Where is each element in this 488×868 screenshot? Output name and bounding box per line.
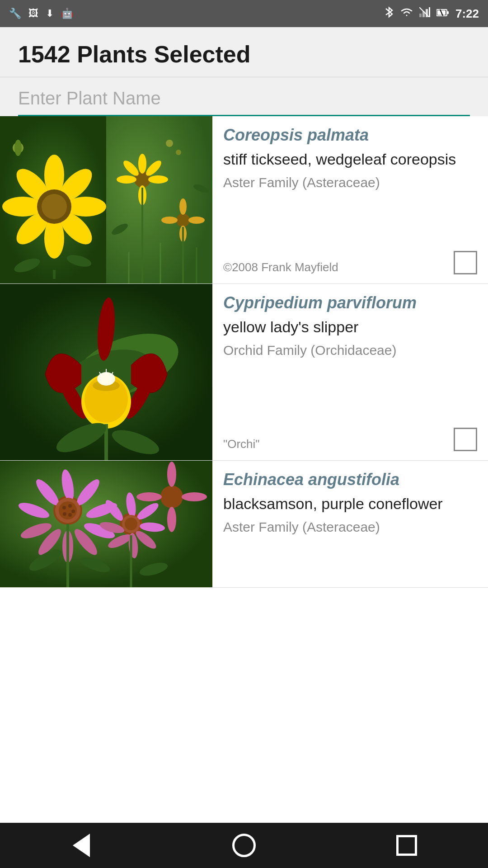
back-icon [73,834,90,857]
plant-credit: "Orchi" [223,437,260,451]
svg-point-44 [166,140,173,147]
bluetooth-icon [384,6,394,21]
plant-info: Cypripedium parviflorum yellow lady's sl… [212,284,488,460]
home-icon [232,834,256,857]
plant-item: Coreopsis palmata stiff tickseed, wedgel… [0,116,488,284]
svg-point-85 [71,509,75,513]
plant-image-2 [106,116,212,283]
plant-family: Orchid Family (Orchidaceae) [223,341,477,359]
svg-point-83 [62,506,66,509]
svg-point-20 [42,194,67,219]
svg-point-28 [138,154,146,174]
plant-footer: "Orchi" [223,428,477,451]
svg-point-68 [136,492,162,501]
svg-point-31 [148,175,168,184]
android-icon: 🤖 [61,8,73,19]
plant-images [0,116,212,283]
svg-point-37 [161,217,178,224]
svg-point-69 [182,492,207,501]
svg-point-35 [179,198,187,215]
plant-item: Cypripedium parviflorum yellow lady's sl… [0,284,488,461]
svg-point-45 [176,150,181,155]
plant-credit: ©2008 Frank Mayfield [223,260,338,274]
plant-footer: ©2008 Frank Mayfield [223,251,477,274]
svg-rect-0 [419,14,422,17]
status-bar: 🔧 🖼 ⬇ 🤖 [0,0,488,27]
svg-point-66 [167,462,176,487]
home-button[interactable] [226,827,262,863]
plant-checkbox[interactable] [454,251,477,274]
battery-icon [436,8,449,19]
plant-common-name: blacksamson, purple coneflower [223,494,477,514]
plant-scientific-name: Coreopsis palmata [223,125,477,145]
plant-item: Echinacea angustifolia blacksamson, purp… [0,461,488,588]
svg-point-30 [117,175,136,184]
wrench-icon: 🔧 [9,8,21,19]
plant-checkbox[interactable] [454,428,477,451]
plant-info: Coreopsis palmata stiff tickseed, wedgel… [212,116,488,283]
svg-point-86 [68,513,72,517]
plant-common-name: stiff tickseed, wedgeleaf coreopsis [223,149,477,169]
download-icon: ⬇ [46,8,54,19]
plant-images [0,461,212,587]
status-time: 7:22 [455,7,479,21]
status-icons-left: 🔧 🖼 ⬇ 🤖 [9,8,73,19]
svg-point-38 [188,217,205,224]
plant-list: Coreopsis palmata stiff tickseed, wedgel… [0,116,488,823]
bottom-nav [0,823,488,868]
svg-point-67 [167,507,176,532]
wifi-icon [400,7,413,20]
svg-rect-3 [429,7,430,17]
back-button[interactable] [63,827,99,863]
status-icons-right: 7:22 [384,6,479,21]
svg-point-98 [125,518,137,530]
plant-family: Aster Family (Asteraceae) [223,518,477,536]
svg-point-87 [63,512,66,516]
svg-point-25 [14,140,22,156]
search-container [0,77,488,116]
plant-scientific-name: Echinacea angustifolia [223,470,477,489]
plant-info: Echinacea angustifolia blacksamson, purp… [212,461,488,587]
plant-scientific-name: Cypripedium parviflorum [223,293,477,312]
signal-icon [419,7,430,20]
svg-point-84 [68,504,72,508]
search-input[interactable] [18,77,470,116]
plant-images [0,284,212,460]
svg-rect-6 [447,11,449,14]
plant-image-1 [0,116,106,283]
plants-selected-title: 1542 Plants Selected [18,41,470,68]
recents-button[interactable] [389,827,425,863]
header: 1542 Plants Selected [0,27,488,77]
svg-point-65 [160,486,183,508]
image-icon: 🖼 [28,8,38,19]
plant-family: Aster Family (Asteraceae) [223,174,477,191]
recents-icon [396,835,417,856]
svg-point-34 [176,213,190,227]
plant-common-name: yellow lady's slipper [223,317,477,337]
